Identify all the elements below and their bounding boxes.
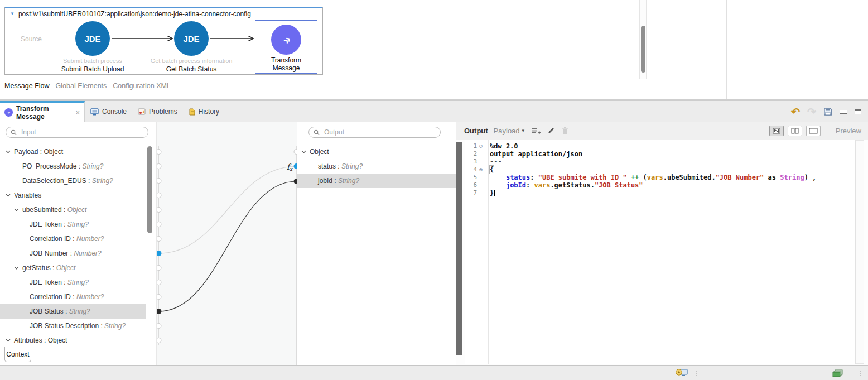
input-tree-row-variables[interactable]: Variables	[0, 188, 146, 203]
input-tree-row-ubesubmited[interactable]: ubeSubmited : Object	[0, 203, 146, 217]
background-operations-cell[interactable]	[672, 367, 692, 379]
chevron-down-icon[interactable]	[14, 208, 19, 211]
panel-divider	[726, 0, 727, 99]
jde-connector-icon[interactable]: JDE	[75, 21, 110, 56]
mapping-connection-dark[interactable]	[159, 181, 297, 311]
mapping-anchor-hollow[interactable]	[157, 295, 161, 300]
input-search-input[interactable]	[20, 128, 143, 137]
line-number: 1	[465, 142, 477, 150]
chevron-down-icon[interactable]	[14, 266, 19, 270]
drag-handle[interactable]	[860, 371, 861, 376]
code-line-1[interactable]: 1⊖%dw 2.0	[465, 142, 855, 150]
input-tree-row-payload[interactable]: Payload : Object	[0, 145, 146, 159]
input-tree-row-attributes[interactable]: Attributes : Object	[0, 333, 146, 348]
mapping-anchor-hollow[interactable]	[157, 338, 161, 343]
output-tree-row-jobid[interactable]: jobId : String?	[297, 174, 456, 188]
close-icon[interactable]: ×	[75, 108, 80, 117]
chevron-down-icon[interactable]	[301, 150, 306, 153]
view-toggle-code-only[interactable]	[769, 126, 784, 136]
collapse-triangle-icon[interactable]: ▼	[10, 12, 15, 16]
jde-node-get-batch-status[interactable]: JDE Get batch process information Get Ba…	[141, 20, 242, 73]
input-tree-row-correlation-id[interactable]: Correlation ID : Number?	[0, 290, 146, 304]
input-tree-row-po-processmode[interactable]: PO_ProcessMode : String?	[0, 159, 146, 174]
tab-message-flow[interactable]: Message Flow	[4, 82, 50, 90]
maximize-icon[interactable]	[855, 109, 861, 114]
output-tree-row-object[interactable]: Object	[297, 145, 456, 159]
dataweave-code-editor[interactable]: 1⊖%dw 2.02output application/json3---4⊖{…	[465, 140, 856, 364]
minimize-icon[interactable]	[840, 110, 847, 114]
input-tree-row-dataselection-edus[interactable]: DataSelection_EDUS : String?	[0, 174, 146, 188]
mapping-connection-light[interactable]	[159, 166, 297, 253]
output-tree-row-status[interactable]: status : String?	[297, 159, 456, 174]
scrollbar-thumb[interactable]	[641, 26, 645, 73]
node-label: Submit Batch Upload	[42, 65, 143, 73]
code-line-4[interactable]: 4⊖{	[465, 166, 855, 174]
chevron-down-icon[interactable]	[6, 194, 11, 197]
tab-transform-message[interactable]: » Transform Message ×	[0, 101, 85, 122]
redo-icon[interactable]: ↷	[807, 107, 816, 117]
edit-pencil-icon[interactable]	[547, 127, 555, 134]
code-line-3[interactable]: 3---	[465, 158, 855, 166]
tab-configuration-xml[interactable]: Configuration XML	[113, 82, 171, 90]
code-line-5[interactable]: 5 status: "UBE submite with ID " ++ (var…	[465, 174, 855, 181]
chevron-down-icon[interactable]	[6, 339, 11, 342]
input-tree-row-job-status-description[interactable]: JOB Status Description : String?	[0, 319, 146, 333]
transform-message-icon[interactable]: »	[271, 25, 301, 55]
mapping-anchor-hollow[interactable]	[157, 150, 161, 155]
flow-container[interactable]: ▼ post:\v1\submitUBER01010Z:application\…	[4, 7, 323, 75]
code-line-2[interactable]: 2output application/json	[465, 150, 855, 158]
delete-trash-icon[interactable]	[562, 127, 568, 134]
preview-toggle[interactable]: Preview	[836, 127, 861, 135]
input-tree-row-jde-token[interactable]: JDE Token : String?	[0, 275, 146, 290]
tab-history[interactable]: History	[189, 108, 219, 116]
input-search-box[interactable]	[6, 127, 148, 138]
save-icon[interactable]	[823, 107, 832, 116]
tab-console[interactable]: Console	[90, 108, 127, 116]
chevron-down-icon[interactable]: ▾	[522, 128, 525, 133]
output-search-box[interactable]	[308, 127, 441, 138]
fold-collapse-icon[interactable]: ⊖	[477, 142, 485, 150]
open-editors-icon[interactable]	[832, 369, 843, 377]
input-tree-row-getstatus[interactable]: getStatus : Object	[0, 261, 146, 275]
fold-gutter	[477, 150, 485, 158]
mapping-anchor-hollow[interactable]	[157, 179, 161, 184]
mapping-anchor-hollow[interactable]	[157, 208, 161, 213]
tab-problems[interactable]: Problems	[138, 108, 177, 116]
payload-scope-selector[interactable]: Payload	[494, 127, 520, 135]
input-tree-row-job-number[interactable]: JOB Number : Number?	[0, 246, 146, 261]
code-line-7[interactable]: 7}	[465, 189, 855, 197]
view-toggle-split[interactable]	[788, 126, 802, 136]
mapping-anchor-hollow[interactable]	[157, 193, 161, 198]
input-tree-row-jde-token[interactable]: JDE Token : String?	[0, 217, 146, 232]
code-scroll-gutter[interactable]	[856, 140, 864, 364]
mapping-anchor-hollow[interactable]	[157, 164, 161, 169]
editor-toolbar: ↶ ↷	[791, 101, 861, 122]
mapping-anchor-black[interactable]	[157, 309, 162, 314]
jde-node-submit-batch-upload[interactable]: JDE Submit batch process Submit Batch Up…	[42, 20, 143, 73]
code-line-6[interactable]: 6 jobId: vars.getStatus."JOB Status"	[465, 181, 855, 189]
jde-connector-icon[interactable]: JDE	[174, 21, 209, 56]
input-tree-row-job-status[interactable]: JOB Status : String?	[0, 304, 146, 319]
mapping-anchor-hollow[interactable]	[157, 237, 161, 242]
drag-handle[interactable]	[696, 371, 697, 376]
mapping-anchor-hollow[interactable]	[157, 222, 161, 227]
input-tree-scrollbar[interactable]	[147, 146, 152, 233]
canvas-vertical-scrollbar[interactable]	[639, 0, 647, 79]
add-target-icon[interactable]	[531, 127, 541, 134]
chevron-down-icon[interactable]	[6, 150, 11, 153]
fx-function-icon[interactable]: fx	[287, 162, 293, 172]
view-toggle-single[interactable]	[806, 126, 821, 136]
transform-message-node[interactable]: » Transform Message	[255, 20, 317, 74]
undo-icon[interactable]: ↶	[791, 107, 800, 117]
tab-context[interactable]: Context	[4, 347, 31, 362]
mapping-anchor-hollow[interactable]	[157, 324, 161, 329]
mapping-anchor-blue[interactable]	[157, 251, 162, 256]
output-panel: Objectstatus : String?jobId : String?	[297, 122, 456, 365]
mapping-anchor-hollow[interactable]	[157, 280, 161, 285]
mapping-anchor-hollow[interactable]	[157, 266, 161, 271]
input-tree-row-correlation-id[interactable]: Correlation ID : Number?	[0, 232, 146, 246]
output-search-input[interactable]	[323, 128, 436, 137]
fold-collapse-icon[interactable]: ⊖	[477, 166, 485, 174]
tree-code-splitter[interactable]	[456, 142, 462, 355]
tab-global-elements[interactable]: Global Elements	[56, 82, 107, 90]
